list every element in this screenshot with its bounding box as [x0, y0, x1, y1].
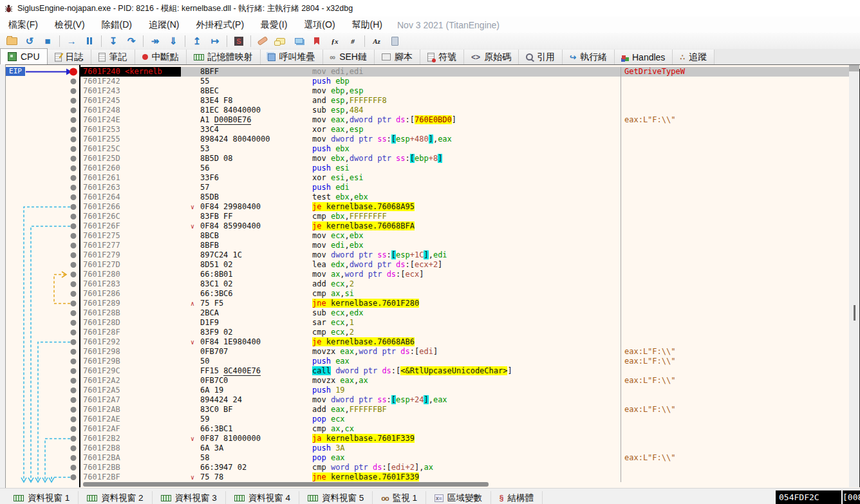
disasm-row[interactable]: 7601F26485DBtest ebx,ebx — [80, 192, 849, 202]
breakpoint-dot[interactable] — [71, 175, 77, 181]
breakpoint-dot[interactable] — [71, 223, 77, 229]
tab-追蹤[interactable]: ∴追蹤 — [673, 50, 715, 64]
disasm-row[interactable]: 7601F24EA1 D00B0E76mov eax,dword ptr ds:… — [80, 115, 849, 125]
patch-icon[interactable] — [254, 34, 271, 48]
tab-seh鏈[interactable]: ∞SEH鏈 — [323, 50, 375, 64]
bottom-tab-4[interactable]: 資料視窗 4 — [226, 491, 299, 504]
label-icon[interactable] — [290, 34, 307, 48]
tab-原始碼[interactable]: <>原始碼 — [464, 50, 519, 64]
disasm-row[interactable]: 7601F26F∨0F84 85990400je kernelbase.7606… — [80, 221, 849, 231]
disasm-row[interactable]: 7601F2438BECmov ebp,esp — [80, 86, 849, 96]
breakpoint-dot[interactable] — [71, 455, 77, 461]
disasm-row[interactable]: 7601F2BB66:3947 02cmp word ptr ds:[edi+2… — [80, 463, 849, 472]
disasm-row[interactable]: 7601F28383C1 02add ecx,2 — [80, 279, 849, 289]
disasm-row[interactable]: 7601F24255push ebp — [80, 77, 849, 86]
disasm-row[interactable]: 7601F289∧75 F5jne kernelbase.7601F280 — [80, 299, 849, 308]
disassembly-rows[interactable]: 7601F240 <kernelb8BFFmov edi,ediGetDrive… — [80, 67, 849, 482]
breakpoint-dot[interactable] — [71, 165, 77, 171]
menu-item-4[interactable]: 外掛程式(P) — [187, 17, 252, 33]
breakpoint-dot[interactable] — [71, 194, 77, 200]
tab-中斷點[interactable]: 中斷點 — [135, 50, 187, 64]
disasm-row[interactable]: 7601F240 <kernelb8BFFmov edi,ediGetDrive… — [80, 67, 849, 77]
stop-icon[interactable]: ■ — [39, 34, 56, 48]
breakpoint-dot[interactable] — [71, 117, 77, 123]
disasm-row[interactable]: 7601F24583E4 F8and esp,FFFFFFF8 — [80, 96, 849, 106]
menu-item-6[interactable]: 選項(O) — [295, 17, 343, 33]
breakpoint-dot[interactable] — [71, 156, 77, 162]
step-over-icon[interactable]: ↷ — [123, 34, 140, 48]
disasm-row[interactable]: 7601F2980FB707movzx eax,word ptr ds:[edi… — [80, 347, 849, 357]
breakpoint-dot[interactable] — [71, 107, 77, 113]
disasm-row[interactable]: 7601F2B2∨0F87 81000000ja kernelbase.7601… — [80, 434, 849, 443]
vertical-scrollbar-thumb[interactable] — [854, 305, 855, 321]
breakpoint-dot[interactable] — [71, 465, 77, 471]
disasm-row[interactable]: 7601F2B86A 3Apush 3A — [80, 443, 849, 453]
disasm-row[interactable]: 7601F2778BFBmov edi,ebx — [80, 241, 849, 250]
disasm-row[interactable]: 7601F28666:3BC6cmp ax,si — [80, 289, 849, 299]
menu-item-2[interactable]: 除錯(D) — [93, 17, 140, 33]
menu-item-3[interactable]: 追蹤(N) — [140, 17, 187, 33]
disasm-row[interactable]: 7601F2A7894424 24mov dword ptr ss:[esp+2… — [80, 395, 849, 405]
bottom-tab-6[interactable]: oo監視 1 — [373, 491, 426, 504]
disasm-row[interactable]: 7601F25D8B5D 08mov ebx,dword ptr ss:[ebp… — [80, 154, 849, 163]
breakpoint-dot[interactable] — [71, 79, 77, 84]
open-file-icon[interactable] — [3, 34, 20, 48]
breakpoint-dot[interactable] — [71, 426, 77, 432]
disasm-row[interactable]: 7601F28066:8B01mov ax,word ptr ds:[ecx] — [80, 270, 849, 279]
breakpoint-dot[interactable] — [71, 281, 77, 287]
bottom-tab-8[interactable]: §結構體 — [491, 491, 543, 504]
run-icon[interactable]: → — [63, 34, 80, 48]
tab-cpu[interactable]: CPU — [0, 48, 48, 64]
tab-呼叫堆疊[interactable]: 呼叫堆疊 — [261, 50, 323, 64]
breakpoint-dot[interactable] — [71, 233, 77, 239]
execute-till-return-icon[interactable]: ⇓ — [165, 34, 182, 48]
tab-引用[interactable]: 引用 — [519, 50, 563, 64]
breakpoint-dot[interactable] — [71, 407, 77, 413]
disasm-row[interactable]: 7601F26133F6xor esi,esi — [80, 173, 849, 183]
disasm-row[interactable]: 7601F26056push esi — [80, 163, 849, 173]
comment-icon[interactable] — [272, 34, 289, 48]
breakpoint-dot[interactable] — [71, 436, 77, 442]
bookmark-icon[interactable] — [308, 34, 325, 48]
bottom-tab-3[interactable]: 資料視窗 3 — [153, 491, 226, 504]
disasm-row[interactable]: 7601F28DD1F9sar ecx,1 — [80, 318, 849, 328]
bottom-tab-2[interactable]: 資料視窗 2 — [79, 491, 152, 504]
disasm-row[interactable]: 7601F279897C24 1Cmov dword ptr ss:[esp+1… — [80, 250, 849, 260]
breakpoint-gutter[interactable] — [70, 68, 77, 481]
breakpoint-dot[interactable] — [71, 330, 77, 335]
disassembly-pane[interactable]: EIP 7601F240 <kernelb8BFFmov edi,ediGetD… — [5, 64, 860, 488]
breakpoint-dot[interactable] — [71, 474, 77, 480]
breakpoint-dot[interactable] — [71, 368, 77, 374]
disasm-row[interactable]: 7601F28B2BCAsub ecx,edx — [80, 308, 849, 318]
scylla-icon[interactable]: S — [230, 34, 247, 48]
disasm-row[interactable]: 7601F2A56A 19push 19 — [80, 386, 849, 395]
tab-筆記[interactable]: 筆記 — [91, 50, 135, 64]
breakpoint-dot[interactable] — [71, 272, 77, 277]
menu-item-1[interactable]: 檢視(V) — [46, 17, 93, 33]
bottom-tab-1[interactable]: 資料視窗 1 — [5, 491, 79, 504]
case-icon[interactable]: Az — [368, 34, 385, 48]
disasm-row[interactable]: 7601F2BF∨75 78jne kernelbase.7601F339 — [80, 472, 849, 482]
breakpoint-dot[interactable] — [71, 291, 77, 297]
disasm-row[interactable]: 7601F29CFF15 8C400E76call dword ptr ds:[… — [80, 366, 849, 376]
vertical-scrollbar[interactable] — [849, 65, 859, 487]
disasm-row[interactable]: 7601F24881EC 84040000sub esp,484 — [80, 106, 849, 115]
breakpoint-dot[interactable] — [71, 387, 77, 393]
breakpoint-dot[interactable] — [71, 416, 77, 422]
pause-icon[interactable] — [81, 34, 98, 48]
bottom-tab-5[interactable]: 資料視窗 5 — [299, 491, 373, 504]
disasm-row[interactable]: 7601F26C83FB FFcmp ebx,FFFFFFFF — [80, 212, 849, 221]
menu-item-7[interactable]: 幫助(H) — [344, 17, 391, 33]
step-out-icon[interactable]: ↥ — [189, 34, 205, 48]
breakpoint-dot[interactable] — [71, 262, 77, 268]
disasm-row[interactable]: 7601F29B50push eaxeax:L"F:\\" — [80, 357, 849, 366]
tab-符號[interactable]: 符號 — [420, 50, 464, 64]
disasm-row[interactable]: 7601F27D8D51 02lea edx,dword ptr ds:[ecx… — [80, 260, 849, 270]
breakpoint-dot[interactable] — [71, 98, 77, 104]
hash-icon[interactable]: # — [344, 34, 361, 48]
tab-記憶體映射[interactable]: 記憶體映射 — [187, 50, 261, 64]
breakpoint-dot[interactable] — [71, 252, 77, 258]
step-into-icon[interactable]: ↧ — [105, 34, 122, 48]
horizontal-scrollbar-thumb[interactable] — [83, 482, 489, 487]
disasm-row[interactable]: 7601F2AB83C0 BFadd eax,FFFFFFBFeax:L"F:\… — [80, 405, 849, 415]
